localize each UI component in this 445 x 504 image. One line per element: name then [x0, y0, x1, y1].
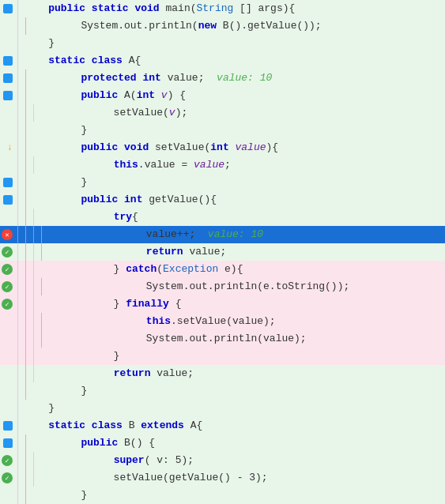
breakpoint-icon[interactable]	[3, 178, 13, 187]
line-content: value++; value: 10	[46, 226, 445, 243]
line-content: }	[30, 487, 445, 504]
code-token: v	[161, 89, 168, 101]
code-token: new	[198, 20, 217, 32]
code-token: String	[197, 2, 234, 14]
line-content: }	[38, 348, 445, 365]
line-content: System.out.println(new B().getValue());	[30, 17, 445, 35]
gutter	[0, 122, 14, 139]
breakpoint-icon[interactable]	[3, 195, 13, 205]
code-line: static class B extends A{	[0, 417, 445, 434]
code-token: v	[169, 107, 175, 118]
code-line: ↓ public void setValue(int value){	[0, 139, 445, 156]
success-icon[interactable]: ✓	[2, 281, 13, 292]
code-token: value: 10	[217, 72, 272, 84]
code-token: static	[92, 2, 129, 14]
breakpoint-icon[interactable]	[3, 438, 13, 448]
line-content: static class A{	[22, 52, 445, 70]
code-token	[229, 141, 236, 153]
code-token: ){	[266, 141, 279, 153]
code-token: main(	[160, 2, 197, 14]
code-token	[40, 211, 114, 223]
gutter	[0, 487, 14, 504]
code-token	[85, 419, 92, 431]
line-content: System.out.println(e.toString());	[46, 278, 445, 295]
code-token: value;	[183, 246, 227, 258]
success-icon[interactable]: ✓	[2, 246, 13, 258]
code-token: e){	[218, 263, 243, 275]
code-token: catch	[126, 263, 157, 275]
code-line: ✓ System.out.println(e.toString());	[0, 278, 445, 295]
indent-guide	[14, 156, 38, 174]
code-token: static	[48, 55, 85, 66]
line-content: public A(int v) {	[30, 87, 445, 104]
code-token: this	[114, 159, 138, 171]
gutter	[0, 174, 14, 191]
code-token: }	[32, 489, 87, 501]
indent-guide	[14, 487, 30, 504]
code-token: finally	[126, 298, 169, 310]
code-token: public	[81, 89, 118, 101]
code-editor: public static void main(String [] args){…	[0, 0, 445, 504]
indent-guide	[14, 295, 38, 313]
success-icon[interactable]: ✓	[2, 472, 13, 483]
code-line: try{	[0, 209, 445, 226]
breakpoint-icon[interactable]	[3, 4, 13, 13]
line-content: System.out.println(value);	[46, 330, 445, 348]
code-token: System.	[47, 333, 189, 344]
indent-guide	[14, 226, 46, 243]
code-token: out	[189, 333, 207, 344]
line-content: }	[30, 122, 445, 139]
indent-guide	[14, 17, 30, 35]
code-token: }	[40, 298, 126, 310]
code-line: public int getValue(){	[0, 191, 445, 209]
breakpoint-icon[interactable]	[3, 56, 13, 66]
indent-guide	[14, 278, 46, 295]
breakpoint-icon[interactable]	[3, 91, 13, 100]
line-content: }	[30, 174, 445, 191]
indent-guide	[14, 191, 30, 209]
indent-guide	[14, 348, 38, 365]
code-token	[32, 72, 81, 84]
code-line: this.setValue(value);	[0, 313, 445, 330]
code-token: setValue(	[149, 141, 210, 153]
line-content: }	[30, 382, 445, 400]
gutter	[0, 209, 14, 226]
line-content: this.setValue(value);	[46, 313, 445, 330]
code-token	[24, 2, 48, 14]
code-line: ✓ } catch(Exception e){	[0, 261, 445, 278]
error-icon[interactable]: ✕	[2, 229, 13, 240]
code-token: setValue(	[40, 107, 169, 118]
code-line: public static void main(String [] args){	[0, 0, 445, 17]
indent-guide	[14, 417, 22, 434]
code-token: super	[114, 454, 145, 466]
code-token: System.out.println(e.toString());	[47, 280, 349, 292]
line-content: return value;	[38, 365, 445, 382]
code-token: }	[40, 263, 126, 275]
gutter: ✓	[0, 452, 14, 469]
code-token	[155, 89, 161, 101]
code-token: B	[123, 419, 141, 431]
success-icon[interactable]: ✓	[2, 455, 13, 466]
breakpoint-icon[interactable]	[3, 73, 13, 83]
breakpoint-icon[interactable]	[3, 421, 13, 431]
code-token: public	[48, 2, 85, 14]
code-token: public	[81, 141, 118, 153]
gutter: ✓	[0, 261, 14, 278]
indent-guide	[14, 330, 46, 348]
success-icon[interactable]: ✓	[2, 264, 13, 275]
gutter	[0, 156, 14, 174]
code-token: }	[32, 385, 87, 397]
code-token: }	[32, 124, 87, 136]
code-line: }	[0, 174, 445, 191]
indent-guide	[14, 365, 38, 382]
code-token	[85, 2, 92, 14]
code-line: }	[0, 382, 445, 400]
line-content: public static void main(String [] args){	[22, 0, 445, 17]
line-content: super( v: 5);	[38, 452, 445, 469]
code-line: ✓ } finally {	[0, 295, 445, 313]
code-token: A{	[184, 419, 202, 431]
gutter	[0, 313, 14, 330]
code-token: value;	[161, 72, 217, 84]
success-icon[interactable]: ✓	[2, 299, 13, 310]
indent-guide	[14, 174, 30, 191]
